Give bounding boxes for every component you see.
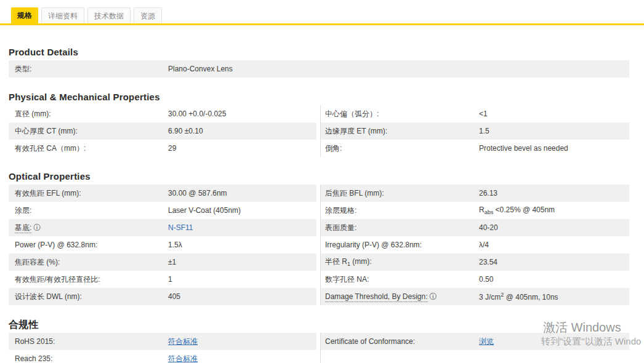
spec-label: 涂层规格: xyxy=(325,205,479,216)
spec-label: Reach 235: xyxy=(15,354,168,363)
spec-value: 23.54 xyxy=(479,258,629,266)
spec-value-coating: Rabs <0.25% @ 405nm xyxy=(479,205,629,215)
spec-value: 符合标准 xyxy=(168,354,316,363)
spec-value: <1 xyxy=(479,110,629,118)
spec-value: 26.13 xyxy=(479,189,629,197)
spec-value: 29 xyxy=(168,144,316,153)
table-row: 类型: Plano-Convex Lens xyxy=(9,60,629,78)
spec-value: 405 xyxy=(168,292,316,301)
spec-value: 6.90 ±0.10 xyxy=(168,127,316,135)
table-row: 半径 R1 (mm): 23.54 xyxy=(321,253,629,271)
section-heading-optical: Optical Properties xyxy=(9,170,629,183)
compliance-right-column: Certificate of Conformance: 浏览 xyxy=(320,333,629,363)
spec-label: 后焦距 BFL (mm): xyxy=(325,188,479,199)
spec-label: Power (P-V) @ 632.8nm: xyxy=(15,241,168,249)
table-row xyxy=(321,350,629,363)
spec-value: λ/4 xyxy=(479,241,629,249)
rohs-compliant-link[interactable]: 符合标准 xyxy=(168,337,198,346)
spec-label: Irregularity (P-V) @ 632.8nm: xyxy=(325,241,479,249)
spec-label: 设计波长 DWL (nm): xyxy=(15,292,168,302)
tab-details[interactable]: 详细资料 xyxy=(41,7,84,23)
spec-value: 30.00 @ 587.6nm xyxy=(168,189,316,197)
spec-label: 类型: xyxy=(15,64,168,74)
spec-value: Protective bevel as needed xyxy=(479,144,629,153)
spec-value: N-SF11 xyxy=(168,223,316,232)
reach-compliant-link[interactable]: 符合标准 xyxy=(168,354,198,363)
spec-label-radius: 半径 R1 (mm): xyxy=(325,257,479,267)
spec-label-damage-threshold: Damage Threshold, By Design:ⓘ xyxy=(325,292,479,302)
table-row: 倒角: Protective bevel as needed xyxy=(321,140,629,157)
coc-browse-link[interactable]: 浏览 xyxy=(479,337,494,346)
physical-table: 直径 (mm): 30.00 +0.0/-0.025 中心厚度 CT (mm):… xyxy=(9,105,629,157)
table-row: 数字孔径 NA: 0.50 xyxy=(321,271,629,288)
spec-label: 数字孔径 NA: xyxy=(325,274,479,285)
spec-label: 涂层: xyxy=(15,205,168,216)
table-row: 边缘厚度 ET (mm): 1.5 xyxy=(321,122,629,140)
table-row: Certificate of Conformance: 浏览 xyxy=(321,333,629,350)
spec-value: 40-20 xyxy=(479,223,629,232)
spec-label: 倒角: xyxy=(325,143,479,154)
compliance-left-column: RoHS 2015: 符合标准 Reach 235: 符合标准 xyxy=(9,333,320,363)
table-row: Irregularity (P-V) @ 632.8nm: λ/4 xyxy=(321,236,629,253)
table-row: 有效焦距/有效孔径直径比: 1 xyxy=(9,271,316,288)
table-row: Power (P-V) @ 632.8nm: 1.5λ xyxy=(9,236,316,253)
table-row: 基底:ⓘ N-SF11 xyxy=(9,219,316,236)
table-row: 表面质量: 40-20 xyxy=(321,219,629,236)
table-row: 有效孔径 CA（mm）: 29 xyxy=(9,140,316,157)
spec-label: 直径 (mm): xyxy=(15,109,168,119)
optical-right-column: 后焦距 BFL (mm): 26.13 涂层规格: Rabs <0.25% @ … xyxy=(320,185,629,305)
spec-value: Laser V-Coat (405nm) xyxy=(168,206,316,215)
spec-label: 有效焦距/有效孔径直径比: xyxy=(15,274,168,285)
spec-value: 浏览 xyxy=(479,337,629,347)
spec-label: RoHS 2015: xyxy=(15,337,168,346)
table-row: 涂层规格: Rabs <0.25% @ 405nm xyxy=(321,202,629,219)
table-row: 焦距容差 (%): ±1 xyxy=(9,253,316,271)
spec-label: 中心厚度 CT (mm): xyxy=(15,126,168,137)
table-row: 后焦距 BFL (mm): 26.13 xyxy=(321,185,629,202)
section-heading-compliance: 合规性 xyxy=(9,319,629,331)
table-row: RoHS 2015: 符合标准 xyxy=(9,333,316,350)
spec-label: 有效焦距 EFL (mm): xyxy=(15,188,168,199)
spec-label: 焦距容差 (%): xyxy=(15,257,168,268)
physical-left-column: 直径 (mm): 30.00 +0.0/-0.025 中心厚度 CT (mm):… xyxy=(9,105,320,157)
tab-specifications[interactable]: 规格 xyxy=(11,7,38,23)
info-icon[interactable]: ⓘ xyxy=(430,292,437,301)
section-heading-physical: Physical & Mechanical Properties xyxy=(9,91,629,103)
table-row: 中心偏（弧分）: <1 xyxy=(321,105,629,122)
spec-label: 中心偏（弧分）: xyxy=(325,109,479,119)
spec-value: 符合标准 xyxy=(168,337,316,347)
optical-table: 有效焦距 EFL (mm): 30.00 @ 587.6nm 涂层: Laser… xyxy=(9,185,629,305)
table-row: Damage Threshold, By Design:ⓘ 3 J/cm2 @ … xyxy=(321,288,629,305)
spec-label: 有效孔径 CA（mm）: xyxy=(15,143,168,154)
spec-label: 边缘厚度 ET (mm): xyxy=(325,126,479,137)
info-icon[interactable]: ⓘ xyxy=(33,223,41,232)
spec-value: ±1 xyxy=(168,258,316,266)
table-row: 直径 (mm): 30.00 +0.0/-0.025 xyxy=(9,105,316,122)
product-spec-page: 规格 详细资料 技术数据 资源 Product Details 类型: Plan… xyxy=(0,0,644,363)
compliance-table: RoHS 2015: 符合标准 Reach 235: 符合标准 Certific… xyxy=(9,333,629,363)
physical-right-column: 中心偏（弧分）: <1 边缘厚度 ET (mm): 1.5 倒角: Protec… xyxy=(320,105,629,157)
spec-value: 1.5 xyxy=(479,127,629,135)
product-details-table: 类型: Plano-Convex Lens xyxy=(9,60,629,78)
table-row: Reach 235: 符合标准 xyxy=(9,350,316,363)
table-row: 涂层: Laser V-Coat (405nm) xyxy=(9,202,316,219)
spec-value: 30.00 +0.0/-0.025 xyxy=(168,110,316,118)
tab-technical-data[interactable]: 技术数据 xyxy=(87,7,131,23)
spec-value-damage-threshold: 3 J/cm2 @ 405nm, 10ns xyxy=(479,292,629,301)
spec-value: 0.50 xyxy=(479,275,629,284)
tab-resources[interactable]: 资源 xyxy=(134,7,162,23)
section-heading-product-details: Product Details xyxy=(9,46,629,58)
spec-value: 1.5λ xyxy=(168,241,316,249)
spec-label-substrate: 基底:ⓘ xyxy=(15,223,168,233)
table-row: 设计波长 DWL (nm): 405 xyxy=(9,288,316,305)
tab-bar: 规格 详细资料 技术数据 资源 xyxy=(0,0,644,23)
spec-content: Product Details 类型: Plano-Convex Lens Ph… xyxy=(0,25,644,363)
table-row: 有效焦距 EFL (mm): 30.00 @ 587.6nm xyxy=(9,185,316,202)
optical-left-column: 有效焦距 EFL (mm): 30.00 @ 587.6nm 涂层: Laser… xyxy=(9,185,320,305)
spec-value: 1 xyxy=(168,275,316,284)
spec-value: Plano-Convex Lens xyxy=(168,65,629,73)
substrate-link[interactable]: N-SF11 xyxy=(168,223,193,232)
spec-label: 表面质量: xyxy=(325,223,479,233)
table-row: 中心厚度 CT (mm): 6.90 ±0.10 xyxy=(9,122,316,140)
spec-label: Certificate of Conformance: xyxy=(325,337,479,346)
